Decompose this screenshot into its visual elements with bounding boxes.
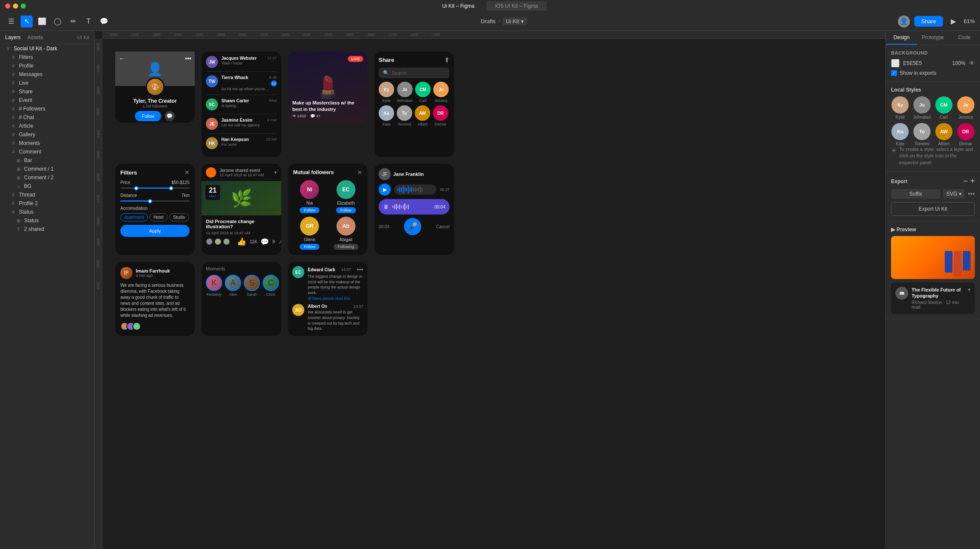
tab-ios-ui-kit[interactable]: iOS UI Kit – Figma [487,1,546,11]
distance-slider[interactable] [120,200,190,202]
tomomi-style-avatar[interactable]: To [913,123,931,140]
layer-status[interactable]: # Status [0,208,94,216]
tab-design[interactable]: Design [886,31,917,45]
layer-followers[interactable]: # # Followers [0,104,94,113]
window-controls[interactable] [5,3,26,9]
layer-event[interactable]: # Event [0,96,94,104]
zoom-level[interactable]: 61% [964,18,975,25]
format-dropdown[interactable]: SVG ▾ [943,189,965,199]
tab-prototype[interactable]: Prototype [917,31,949,45]
more-icon[interactable]: ••• [185,55,191,62]
layer-2shared[interactable]: T 2 shared [0,225,94,233]
kimberly-avatar[interactable]: K [206,275,222,291]
play-icon[interactable]: ▶ [947,15,959,28]
glenn-follow-button[interactable]: Follow [300,244,319,250]
layer-status2[interactable]: ⊞ Status [0,216,94,225]
comment-tool[interactable]: 💬 [98,15,110,28]
back-icon[interactable]: ← [119,55,125,62]
cancel-button[interactable]: Cancel [436,224,450,229]
nia-follow-button[interactable]: Follow [300,207,319,213]
layer-moments[interactable]: # Moments [0,139,94,147]
remove-export-button[interactable]: − [963,177,968,186]
ui-kit-dropdown[interactable]: UI Kit [77,35,89,40]
close-btn[interactable] [5,3,10,9]
kylie-style-avatar[interactable]: Ky [891,96,909,113]
maximize-btn[interactable] [21,3,26,9]
filters-close-icon[interactable]: ✕ [184,169,190,176]
user-avatar[interactable]: 👤 [898,15,910,28]
message-button[interactable]: 💬 [165,111,175,121]
pen-tool[interactable]: ✏ [67,15,79,28]
carl-style-avatar[interactable]: CM [935,96,952,113]
shape-tool[interactable]: ◯ [52,15,64,28]
layer-bg[interactable]: □ BG [0,182,94,190]
alex-avatar[interactable]: A [225,275,241,291]
menu-icon[interactable]: ☰ [5,15,17,28]
chip-hotel[interactable]: Hotel [150,213,167,221]
microphone-button[interactable]: 🎤 [404,218,421,235]
chip-studio[interactable]: Studio [169,213,189,221]
chevron-right-icon[interactable]: ▶ [891,227,895,233]
more-icon[interactable]: ••• [357,266,363,273]
share-button[interactable]: Share [914,16,943,27]
tab-ui-kit[interactable]: Ui Kit – Figma [434,1,483,11]
layer-comment1[interactable]: ⊞ Comment / 1 [0,165,94,173]
chris-avatar[interactable]: C [263,275,279,291]
export-ui-kit-button[interactable]: Export Ui Kit [891,202,975,216]
layer-bar[interactable]: ⊞ Bar [0,156,94,165]
breadcrumb-current[interactable]: Ui Kit ▾ [502,17,527,25]
layer-profile[interactable]: # Profile [0,61,94,70]
chip-apartment[interactable]: Apartment [120,213,148,221]
comment-icon[interactable]: 💬 [260,238,269,246]
text-tool[interactable]: T [83,15,95,28]
share-upload-icon[interactable]: ⬆ [444,56,450,64]
layer-root[interactable]: # Social UI Kit - Dark [0,44,94,53]
layer-share[interactable]: # Share [0,87,94,96]
layer-thread[interactable]: # Thread [0,190,94,199]
tab-code[interactable]: Code [949,31,980,45]
mutual-close-icon[interactable]: ✕ [357,169,362,176]
layer-filters[interactable]: # Filters [0,53,94,61]
price-slider-right-thumb[interactable] [169,186,173,190]
layer-live[interactable]: # Live [0,79,94,87]
elizabeth-follow-button[interactable]: Follow [336,207,356,213]
layer-gallery[interactable]: # Gallery [0,130,94,139]
pause-icon[interactable]: ⏸ [383,203,389,210]
suffix-input[interactable]: Suffix [891,189,940,199]
jessica-style-avatar[interactable]: Je [957,96,974,113]
share-search-box[interactable]: 🔍 Search [379,67,450,78]
layer-comment2[interactable]: ⊞ Comment / 2 [0,173,94,182]
article-chevron-icon[interactable]: ▾ [968,287,971,293]
breadcrumb-drafts[interactable]: Drafts [481,18,496,25]
event-share-button[interactable]: ↗ [278,238,281,245]
visibility-icon[interactable]: 👁 [969,60,975,67]
layer-messages[interactable]: # Messages [0,70,94,79]
kate-style-avatar[interactable]: Ka [891,123,909,140]
layer-profile2[interactable]: # Profile 2 [0,199,94,208]
sarah-avatar[interactable]: S [244,275,260,291]
export-more-icon[interactable]: ••• [968,190,975,198]
johnatan-style-avatar[interactable]: Jo [913,96,931,113]
price-slider-left-thumb[interactable] [134,186,138,190]
distance-slider-thumb[interactable] [148,199,152,203]
albert-style-avatar[interactable]: AW [935,123,952,140]
price-slider[interactable] [120,187,190,189]
apply-filters-button[interactable]: Apply [120,225,190,237]
minimize-btn[interactable] [13,3,18,9]
play-button[interactable]: ▶ [379,184,391,196]
show-exports-checkbox[interactable]: ✓ [891,70,897,76]
event-chevron-icon[interactable]: ▾ [274,169,277,175]
add-export-button[interactable]: + [970,177,975,186]
pointer-tool[interactable]: ↖ [21,15,33,28]
background-color-swatch[interactable] [891,59,900,67]
tab-layers[interactable]: Layers [5,34,21,40]
layer-comment[interactable]: # Comment [0,147,94,156]
layer-chat[interactable]: # # Chat [0,113,94,122]
like-button[interactable]: 👍 [237,237,246,246]
abigail-following-button[interactable]: Following [334,244,358,250]
follow-button[interactable]: Follow [135,111,161,121]
demar-style-avatar[interactable]: DR [957,123,974,140]
frame-tool[interactable]: ⬜ [36,15,48,28]
tab-assets[interactable]: Assets [28,34,43,40]
layer-article[interactable]: # Article [0,122,94,130]
